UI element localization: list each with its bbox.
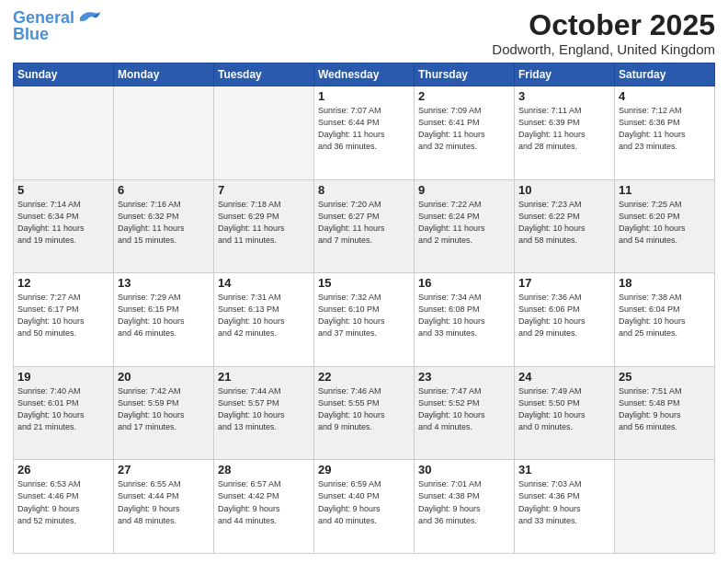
day-number: 5 [17, 183, 109, 197]
calendar-week-row: 26Sunrise: 6:53 AM Sunset: 4:46 PM Dayli… [14, 460, 715, 554]
day-info: Sunrise: 6:55 AM Sunset: 4:44 PM Dayligh… [118, 478, 210, 526]
calendar-week-row: 1Sunrise: 7:07 AM Sunset: 6:44 PM Daylig… [14, 86, 715, 180]
calendar-cell: 29Sunrise: 6:59 AM Sunset: 4:40 PM Dayli… [314, 460, 415, 554]
day-info: Sunrise: 7:34 AM Sunset: 6:08 PM Dayligh… [418, 292, 510, 339]
day-info: Sunrise: 7:40 AM Sunset: 6:01 PM Dayligh… [17, 385, 109, 433]
calendar-cell: 2Sunrise: 7:09 AM Sunset: 6:41 PM Daylig… [415, 86, 515, 180]
day-number: 7 [218, 183, 310, 197]
calendar-cell: 16Sunrise: 7:34 AM Sunset: 6:08 PM Dayli… [415, 273, 515, 367]
day-number: 2 [418, 89, 510, 103]
day-info: Sunrise: 7:07 AM Sunset: 6:44 PM Dayligh… [318, 105, 410, 153]
day-number: 24 [518, 370, 610, 384]
day-info: Sunrise: 7:49 AM Sunset: 5:50 PM Dayligh… [518, 385, 610, 433]
calendar-cell: 18Sunrise: 7:38 AM Sunset: 6:04 PM Dayli… [615, 273, 715, 367]
calendar-cell: 3Sunrise: 7:11 AM Sunset: 6:39 PM Daylig… [515, 86, 615, 180]
logo-blue: Blue [13, 25, 49, 43]
calendar-cell: 20Sunrise: 7:42 AM Sunset: 5:59 PM Dayli… [114, 366, 214, 460]
title-block: October 2025 Dodworth, England, United K… [492, 9, 715, 57]
calendar-cell: 24Sunrise: 7:49 AM Sunset: 5:50 PM Dayli… [515, 366, 615, 460]
day-info: Sunrise: 7:18 AM Sunset: 6:29 PM Dayligh… [218, 199, 310, 247]
calendar-cell [214, 86, 314, 180]
day-number: 29 [318, 463, 410, 477]
header: General Blue October 2025 Dodworth, Engl… [13, 9, 715, 57]
day-info: Sunrise: 6:53 AM Sunset: 4:46 PM Dayligh… [17, 478, 109, 526]
day-number: 26 [17, 463, 109, 477]
day-number: 13 [118, 276, 210, 290]
col-sunday: Sunday [14, 63, 114, 86]
month-title: October 2025 [492, 9, 715, 41]
calendar-cell: 17Sunrise: 7:36 AM Sunset: 6:06 PM Dayli… [515, 273, 615, 367]
day-number: 28 [218, 463, 310, 477]
day-info: Sunrise: 7:03 AM Sunset: 4:36 PM Dayligh… [518, 478, 610, 526]
calendar-cell: 21Sunrise: 7:44 AM Sunset: 5:57 PM Dayli… [214, 366, 314, 460]
calendar-cell: 14Sunrise: 7:31 AM Sunset: 6:13 PM Dayli… [214, 273, 314, 367]
day-number: 16 [418, 276, 510, 290]
day-info: Sunrise: 7:20 AM Sunset: 6:27 PM Dayligh… [318, 199, 410, 247]
calendar-week-row: 5Sunrise: 7:14 AM Sunset: 6:34 PM Daylig… [14, 179, 715, 273]
calendar-cell: 25Sunrise: 7:51 AM Sunset: 5:48 PM Dayli… [615, 366, 715, 460]
col-thursday: Thursday [415, 63, 515, 86]
day-info: Sunrise: 7:47 AM Sunset: 5:52 PM Dayligh… [418, 385, 510, 433]
calendar-cell: 30Sunrise: 7:01 AM Sunset: 4:38 PM Dayli… [415, 460, 515, 554]
day-info: Sunrise: 7:29 AM Sunset: 6:15 PM Dayligh… [118, 292, 210, 339]
calendar-cell: 15Sunrise: 7:32 AM Sunset: 6:10 PM Dayli… [314, 273, 415, 367]
day-number: 30 [418, 463, 510, 477]
calendar-cell: 8Sunrise: 7:20 AM Sunset: 6:27 PM Daylig… [314, 179, 415, 273]
logo-bird-icon [76, 8, 102, 27]
day-info: Sunrise: 7:14 AM Sunset: 6:34 PM Dayligh… [17, 199, 109, 247]
day-info: Sunrise: 7:11 AM Sunset: 6:39 PM Dayligh… [518, 105, 610, 153]
calendar-cell: 12Sunrise: 7:27 AM Sunset: 6:17 PM Dayli… [14, 273, 114, 367]
day-number: 4 [619, 89, 711, 103]
calendar-cell: 13Sunrise: 7:29 AM Sunset: 6:15 PM Dayli… [114, 273, 214, 367]
location-subtitle: Dodworth, England, United Kingdom [492, 41, 715, 57]
day-info: Sunrise: 7:36 AM Sunset: 6:06 PM Dayligh… [518, 292, 610, 339]
day-info: Sunrise: 7:27 AM Sunset: 6:17 PM Dayligh… [17, 292, 109, 339]
calendar-cell: 6Sunrise: 7:16 AM Sunset: 6:32 PM Daylig… [114, 179, 214, 273]
day-info: Sunrise: 7:22 AM Sunset: 6:24 PM Dayligh… [418, 199, 510, 247]
day-info: Sunrise: 7:44 AM Sunset: 5:57 PM Dayligh… [218, 385, 310, 433]
day-info: Sunrise: 7:09 AM Sunset: 6:41 PM Dayligh… [418, 105, 510, 153]
calendar-cell: 31Sunrise: 7:03 AM Sunset: 4:36 PM Dayli… [515, 460, 615, 554]
day-number: 25 [619, 370, 711, 384]
col-wednesday: Wednesday [314, 63, 415, 86]
day-info: Sunrise: 7:16 AM Sunset: 6:32 PM Dayligh… [118, 199, 210, 247]
calendar-cell: 28Sunrise: 6:57 AM Sunset: 4:42 PM Dayli… [214, 460, 314, 554]
day-info: Sunrise: 6:59 AM Sunset: 4:40 PM Dayligh… [318, 478, 410, 526]
calendar-cell [14, 86, 114, 180]
calendar-cell: 7Sunrise: 7:18 AM Sunset: 6:29 PM Daylig… [214, 179, 314, 273]
calendar-cell: 23Sunrise: 7:47 AM Sunset: 5:52 PM Dayli… [415, 366, 515, 460]
calendar-cell: 11Sunrise: 7:25 AM Sunset: 6:20 PM Dayli… [615, 179, 715, 273]
day-number: 21 [218, 370, 310, 384]
calendar-cell: 10Sunrise: 7:23 AM Sunset: 6:22 PM Dayli… [515, 179, 615, 273]
calendar-cell [114, 86, 214, 180]
day-number: 23 [418, 370, 510, 384]
calendar-cell [615, 460, 715, 554]
calendar: Sunday Monday Tuesday Wednesday Thursday… [13, 63, 715, 554]
page-container: General Blue October 2025 Dodworth, Engl… [0, 0, 728, 563]
day-number: 10 [518, 183, 610, 197]
calendar-cell: 4Sunrise: 7:12 AM Sunset: 6:36 PM Daylig… [615, 86, 715, 180]
day-info: Sunrise: 7:25 AM Sunset: 6:20 PM Dayligh… [619, 199, 711, 247]
day-number: 27 [118, 463, 210, 477]
col-saturday: Saturday [615, 63, 715, 86]
day-number: 18 [619, 276, 711, 290]
calendar-cell: 27Sunrise: 6:55 AM Sunset: 4:44 PM Dayli… [114, 460, 214, 554]
calendar-week-row: 19Sunrise: 7:40 AM Sunset: 6:01 PM Dayli… [14, 366, 715, 460]
day-info: Sunrise: 7:32 AM Sunset: 6:10 PM Dayligh… [318, 292, 410, 339]
day-info: Sunrise: 7:51 AM Sunset: 5:48 PM Dayligh… [619, 385, 711, 433]
day-number: 9 [418, 183, 510, 197]
day-info: Sunrise: 6:57 AM Sunset: 4:42 PM Dayligh… [218, 478, 310, 526]
day-number: 11 [619, 183, 711, 197]
day-number: 8 [318, 183, 410, 197]
day-number: 17 [518, 276, 610, 290]
day-number: 14 [218, 276, 310, 290]
day-number: 1 [318, 89, 410, 103]
day-info: Sunrise: 7:12 AM Sunset: 6:36 PM Dayligh… [619, 105, 711, 153]
day-number: 15 [318, 276, 410, 290]
day-number: 3 [518, 89, 610, 103]
day-info: Sunrise: 7:31 AM Sunset: 6:13 PM Dayligh… [218, 292, 310, 339]
col-friday: Friday [515, 63, 615, 86]
logo: General Blue [13, 9, 102, 44]
calendar-cell: 22Sunrise: 7:46 AM Sunset: 5:55 PM Dayli… [314, 366, 415, 460]
calendar-cell: 1Sunrise: 7:07 AM Sunset: 6:44 PM Daylig… [314, 86, 415, 180]
